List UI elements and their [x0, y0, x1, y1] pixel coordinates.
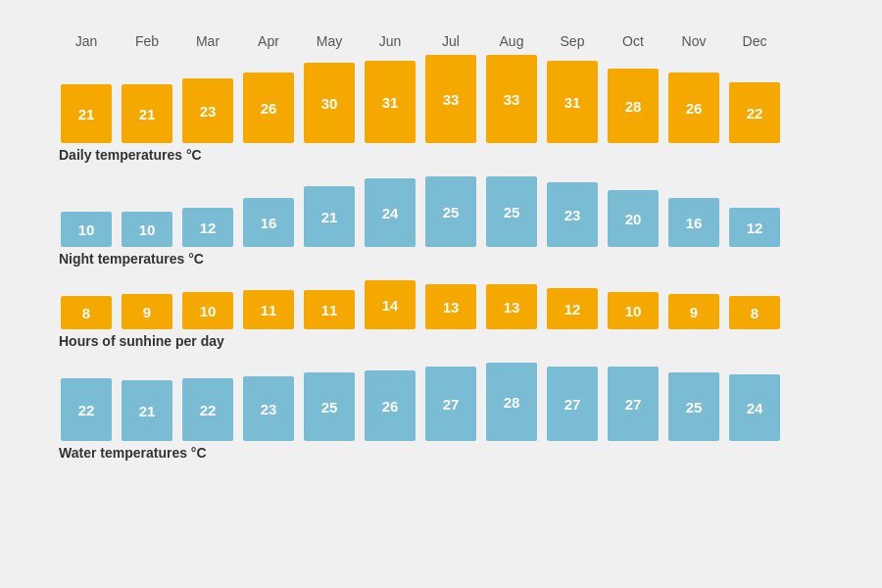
bar-value: 21 [304, 186, 355, 247]
bar-cell: 10 [120, 212, 174, 247]
bar-value: 23 [182, 78, 233, 143]
bar-value: 33 [486, 55, 537, 143]
bar-cell: 22 [180, 378, 235, 441]
bar-cell: 20 [606, 190, 661, 247]
section-2: 89101111141313121098Hours of sunhine per… [59, 280, 823, 349]
bar-value: 11 [243, 290, 294, 329]
bar-value: 33 [425, 55, 476, 143]
month-label: Feb [120, 33, 174, 49]
bar-value: 12 [547, 288, 598, 329]
bar-cell: 26 [241, 73, 296, 143]
bar-cell: 12 [727, 208, 782, 247]
bar-cell: 27 [423, 367, 478, 441]
bar-value: 12 [729, 208, 780, 247]
bar-cell: 11 [302, 290, 357, 329]
bar-cell: 16 [241, 198, 296, 247]
bar-value: 31 [547, 61, 598, 143]
section-3: 222122232526272827272524Water temperatur… [59, 363, 823, 461]
bar-value: 28 [486, 363, 537, 441]
bar-value: 21 [61, 84, 112, 143]
bar-value: 24 [365, 178, 416, 247]
bar-cell: 28 [484, 363, 539, 441]
bar-cell: 23 [545, 182, 600, 247]
bar-cell: 30 [302, 63, 357, 143]
bar-cell: 8 [727, 296, 782, 329]
bar-value: 22 [61, 378, 112, 441]
month-label: May [302, 33, 357, 49]
month-label: Nov [666, 33, 721, 49]
bar-value: 30 [304, 63, 355, 143]
bar-value: 10 [61, 212, 112, 247]
bar-cell: 13 [484, 284, 539, 329]
month-label: Jan [59, 33, 114, 49]
bar-value: 24 [729, 374, 780, 441]
bar-cell: 26 [363, 370, 417, 441]
section-label-0: Daily temperatures °C [59, 147, 823, 163]
month-headers: JanFebMarAprMayJunJulAugSepOctNovDec [59, 33, 823, 49]
bar-value: 31 [365, 61, 416, 143]
section-1: 101012162124252523201612Night temperatur… [59, 176, 823, 267]
month-label: Jul [423, 33, 478, 49]
bar-row-2: 89101111141313121098 [59, 280, 823, 329]
month-label: Oct [606, 33, 661, 49]
bar-value: 9 [668, 294, 719, 329]
bar-value: 8 [729, 296, 780, 329]
bar-value: 22 [182, 378, 233, 441]
bar-cell: 21 [59, 84, 114, 143]
bar-value: 10 [182, 292, 233, 329]
bar-value: 11 [304, 290, 355, 329]
bar-cell: 10 [180, 292, 235, 329]
bar-row-3: 222122232526272827272524 [59, 363, 823, 441]
bar-cell: 25 [302, 372, 357, 441]
bar-cell: 24 [363, 178, 417, 247]
month-label: Sep [545, 33, 600, 49]
bar-cell: 11 [241, 290, 296, 329]
bar-cell: 10 [59, 212, 114, 247]
bar-cell: 23 [241, 376, 296, 441]
bar-cell: 14 [363, 280, 417, 329]
bar-cell: 33 [484, 55, 539, 143]
bar-cell: 9 [666, 294, 721, 329]
bar-value: 25 [304, 372, 355, 441]
bar-cell: 33 [423, 55, 478, 143]
bar-cell: 27 [606, 367, 661, 441]
bar-value: 13 [486, 284, 537, 329]
section-label-3: Water temperatures °C [59, 445, 823, 461]
bar-value: 14 [365, 280, 416, 329]
bar-cell: 9 [120, 294, 174, 329]
bar-value: 10 [608, 292, 659, 329]
bar-value: 26 [668, 73, 719, 143]
bar-value: 16 [668, 198, 719, 247]
bar-value: 27 [547, 367, 598, 441]
bar-cell: 26 [666, 73, 721, 143]
bar-cell: 23 [180, 78, 235, 143]
bar-value: 20 [608, 190, 659, 247]
bar-value: 27 [608, 367, 659, 441]
bar-value: 13 [425, 284, 476, 329]
bar-value: 26 [243, 73, 294, 143]
bar-value: 25 [425, 176, 476, 247]
bar-value: 12 [182, 208, 233, 247]
bar-cell: 25 [484, 176, 539, 247]
bar-value: 28 [608, 69, 659, 143]
bar-value: 8 [61, 296, 112, 329]
bar-row-1: 101012162124252523201612 [59, 176, 823, 247]
bar-cell: 27 [545, 367, 600, 441]
bar-value: 25 [486, 176, 537, 247]
bar-cell: 21 [302, 186, 357, 247]
bar-cell: 16 [666, 198, 721, 247]
bar-cell: 21 [120, 84, 174, 143]
bar-cell: 12 [180, 208, 235, 247]
section-label-1: Night temperatures °C [59, 251, 823, 267]
month-label: Dec [727, 33, 782, 49]
bar-value: 9 [122, 294, 172, 329]
bar-cell: 24 [727, 374, 782, 441]
bar-cell: 28 [606, 69, 661, 143]
bar-cell: 22 [727, 82, 782, 143]
bar-cell: 10 [606, 292, 661, 329]
bar-value: 27 [425, 367, 476, 441]
month-label: Mar [180, 33, 235, 49]
bar-cell: 25 [666, 372, 721, 441]
bar-cell: 21 [120, 380, 174, 441]
month-label: Jun [363, 33, 417, 49]
